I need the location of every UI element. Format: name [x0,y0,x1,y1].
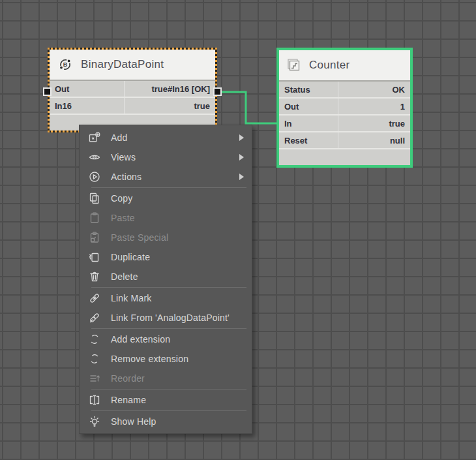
prop-value: OK [338,85,405,95]
block-counter[interactable]: Counter Status OK Out 1 In true Reset nu… [276,48,413,168]
menu-item-actions[interactable]: Actions [80,167,252,187]
menu-item-paste-special: Paste Special [80,228,252,247]
menu-separator [91,187,246,188]
prop-row-reset[interactable]: Reset null [279,131,410,148]
prop-value: true#In16 [OK] [125,84,210,94]
menu-separator [91,287,246,288]
prop-name: Out [55,81,125,97]
prop-row-empty [279,148,410,165]
paste-special-icon [88,231,101,244]
show-help-bulb-icon [88,415,101,428]
prop-value: null [338,136,405,146]
prop-name: In16 [55,98,125,114]
svg-text:B: B [63,61,68,68]
menu-item-delete[interactable]: Delete [80,267,252,286]
prop-name: Out [284,99,338,114]
submenu-arrow-icon [239,134,244,141]
copy-icon [88,192,101,205]
add-component-icon [88,131,101,144]
prop-row-out[interactable]: Out true#In16 [OK] [50,81,215,97]
prop-row-in16[interactable]: In16 true [50,97,215,114]
prop-value: true [338,119,405,129]
menu-separator [91,389,246,390]
menu-item-reorder: Reorder [80,369,252,388]
menu-item-add-extension[interactable]: Add extension [80,330,252,349]
prop-value: true [125,101,210,111]
menu-item-show-help[interactable]: Show Help [80,412,252,431]
prop-row-in[interactable]: In true [279,114,410,131]
binary-point-icon: B [57,57,73,72]
wiresheet-canvas[interactable]: B BinaryDataPoint Out true#In16 [OK] In1… [0,0,476,460]
menu-item-remove-extension[interactable]: Remove extension [80,349,252,369]
menu-item-link-from[interactable]: Link From 'AnalogDataPoint' [80,308,252,328]
link-mark-icon [88,292,101,305]
menu-item-rename[interactable]: Rename [80,390,252,410]
menu-separator [91,328,246,329]
prop-row-status[interactable]: Status OK [279,82,410,97]
link-from-icon [88,311,101,324]
menu-item-paste: Paste [80,208,252,228]
views-eye-icon [88,151,101,164]
menu-separator [91,410,246,411]
paste-icon [88,211,101,224]
add-extension-icon [88,333,101,346]
menu-item-link-mark[interactable]: Link Mark [80,288,252,308]
menu-item-copy[interactable]: Copy [80,189,252,208]
context-menu: Add Views Actions [79,125,252,434]
block-title: Counter [309,59,350,72]
counter-icon [287,58,301,72]
block-binary-data-point[interactable]: B BinaryDataPoint Out true#In16 [OK] In1… [48,48,217,132]
remove-extension-icon [88,352,101,365]
block-title: BinaryDataPoint [81,58,164,71]
prop-name: Reset [284,132,338,148]
duplicate-icon [88,251,101,264]
actions-play-icon [88,170,101,183]
delete-trash-icon [88,270,101,283]
menu-item-duplicate[interactable]: Duplicate [80,247,252,267]
prop-name: Status [284,82,338,97]
submenu-arrow-icon [239,174,244,180]
menu-item-add[interactable]: Add [80,128,252,147]
menu-item-views[interactable]: Views [80,147,252,167]
prop-name: In [284,115,338,131]
block-binary-header[interactable]: B BinaryDataPoint [50,50,215,81]
rename-icon [88,393,101,406]
submenu-arrow-icon [239,154,244,161]
out-pin-handle-left[interactable] [43,87,52,96]
prop-row-out[interactable]: Out 1 [279,97,410,114]
out-pin-handle-right[interactable] [213,87,222,96]
prop-value: 1 [338,102,405,112]
block-counter-header[interactable]: Counter [279,50,410,82]
reorder-icon [88,372,101,385]
